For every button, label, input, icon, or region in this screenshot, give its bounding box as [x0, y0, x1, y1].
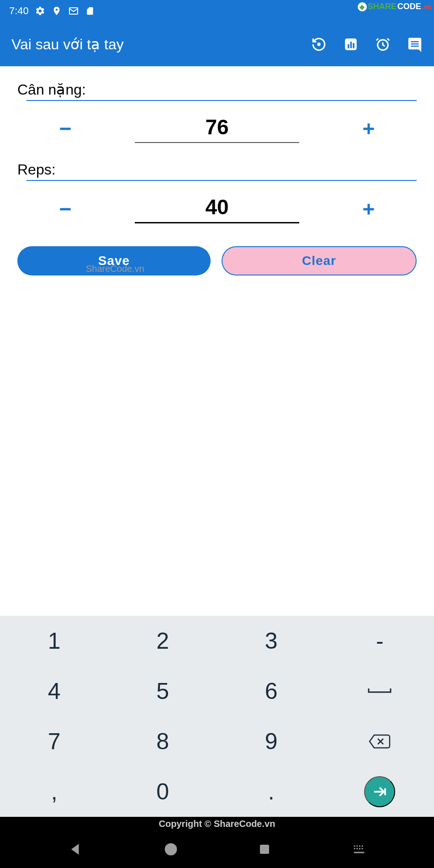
key-0[interactable]: 0: [109, 767, 217, 817]
key-comma[interactable]: ,: [0, 767, 109, 817]
reps-stepper: [17, 195, 417, 223]
nav-back-button[interactable]: [67, 841, 84, 857]
watermark-inline: ShareCode.vn: [86, 264, 144, 274]
gear-icon: [35, 6, 45, 16]
app-bar: Vai sau với tạ tay: [0, 22, 434, 66]
plus-icon: [360, 200, 378, 218]
plus-icon: [360, 120, 378, 138]
key-1[interactable]: 1: [0, 616, 109, 666]
back-icon: [67, 841, 84, 857]
buttons-row: Save Clear ShareCode.vn: [17, 246, 417, 275]
sd-card-icon: [85, 6, 95, 16]
nav-recent-button[interactable]: [258, 842, 271, 856]
key-space[interactable]: [326, 666, 434, 716]
key-backspace[interactable]: [326, 716, 434, 767]
alarm-icon[interactable]: [375, 37, 391, 52]
svg-rect-30: [354, 852, 364, 853]
chart-icon[interactable]: [343, 37, 359, 52]
keyboard-hide-icon: [351, 842, 367, 857]
svg-rect-25: [361, 846, 363, 847]
svg-point-20: [164, 843, 177, 856]
svg-rect-26: [354, 848, 355, 849]
recent-icon: [258, 842, 271, 856]
svg-rect-28: [359, 848, 360, 849]
clear-button[interactable]: Clear: [222, 246, 417, 275]
key-8[interactable]: 8: [109, 716, 217, 767]
page-title: Vai sau với tạ tay: [11, 36, 124, 53]
key-enter-cell: [326, 767, 434, 817]
svg-rect-8: [411, 43, 419, 44]
svg-point-1: [318, 43, 320, 45]
weight-underline: [26, 100, 417, 101]
backspace-icon: [368, 732, 392, 751]
svg-rect-22: [354, 846, 355, 847]
key-4[interactable]: 4: [0, 666, 109, 716]
comment-icon[interactable]: [407, 37, 423, 52]
key-enter[interactable]: [364, 776, 395, 807]
reps-plus-button[interactable]: [357, 198, 380, 221]
reps-minus-button[interactable]: [54, 198, 77, 221]
reps-underline: [26, 180, 417, 181]
weight-stepper: [17, 115, 417, 143]
key-dash[interactable]: -: [326, 616, 434, 666]
watermark-corner: ◆ SHARECODE.vn: [358, 2, 431, 11]
key-9[interactable]: 9: [217, 716, 326, 767]
minus-icon: [56, 120, 74, 138]
weight-minus-button[interactable]: [54, 117, 77, 140]
status-left: 7:40: [9, 5, 95, 17]
key-3[interactable]: 3: [217, 616, 326, 666]
status-bar: 7:40 ◆ SHARECODE.vn: [0, 0, 434, 22]
svg-rect-7: [411, 41, 419, 42]
app-actions: [311, 37, 423, 52]
home-icon: [164, 842, 178, 857]
status-time: 7:40: [9, 5, 29, 17]
svg-rect-5: [353, 43, 355, 48]
svg-rect-4: [350, 42, 352, 48]
reps-input[interactable]: [135, 195, 299, 223]
svg-rect-9: [411, 45, 419, 47]
history-icon[interactable]: [311, 37, 327, 52]
nav-bar: [0, 831, 434, 868]
enter-icon: [371, 783, 388, 800]
svg-rect-29: [361, 848, 363, 849]
mail-icon: [68, 5, 79, 16]
minus-icon: [56, 200, 74, 218]
weight-plus-button[interactable]: [357, 117, 380, 140]
key-dot[interactable]: .: [217, 767, 326, 817]
copyright-bar: Copyright © ShareCode.vn: [0, 817, 434, 831]
key-7[interactable]: 7: [0, 716, 109, 767]
svg-rect-23: [356, 846, 358, 847]
nav-home-button[interactable]: [164, 842, 178, 857]
content: Cân nặng: Reps: Save Clear ShareCo: [0, 66, 434, 275]
weight-section: Cân nặng:: [17, 81, 417, 143]
nav-keyboard-button[interactable]: [351, 842, 367, 857]
location-icon: [52, 6, 62, 16]
reps-section: Reps:: [17, 161, 417, 223]
weight-input[interactable]: [135, 115, 299, 143]
reps-label: Reps:: [17, 161, 417, 178]
key-5[interactable]: 5: [109, 666, 217, 716]
key-2[interactable]: 2: [109, 616, 217, 666]
svg-rect-3: [348, 44, 349, 48]
numeric-keyboard: 1 2 3 - 4 5 6 7 8 9 , 0 .: [0, 616, 434, 817]
svg-rect-24: [359, 846, 360, 847]
svg-rect-21: [260, 845, 269, 854]
weight-label: Cân nặng:: [17, 81, 417, 98]
key-6[interactable]: 6: [217, 666, 326, 716]
svg-rect-27: [356, 848, 358, 849]
space-icon: [367, 686, 392, 697]
